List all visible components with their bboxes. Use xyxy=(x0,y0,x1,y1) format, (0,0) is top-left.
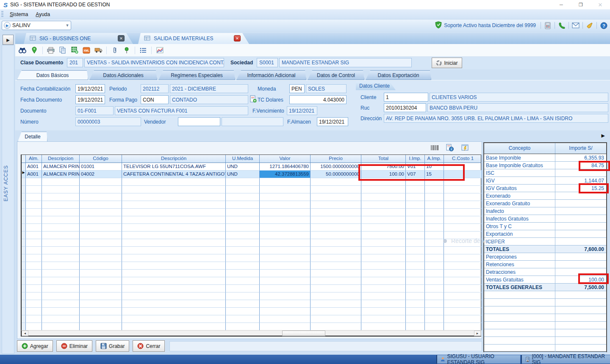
phone-icon[interactable] xyxy=(557,21,566,30)
table-row-empty[interactable] xyxy=(22,292,481,300)
sociedad-code-field[interactable]: S0001 xyxy=(257,58,278,67)
grabar-button[interactable]: Grabar xyxy=(96,340,129,352)
xml-icon[interactable]: XML xyxy=(82,46,91,55)
table-row-empty[interactable] xyxy=(22,209,481,216)
vendedor-field[interactable] xyxy=(178,117,220,126)
grid-cell[interactable]: A001 xyxy=(26,171,42,178)
calculator-icon[interactable] xyxy=(543,21,552,30)
grid-cell[interactable]: 04002 xyxy=(80,171,122,178)
tab-scroll-button[interactable]: ▶ xyxy=(3,35,14,45)
table-row-empty[interactable] xyxy=(22,315,481,323)
forma-pago-desc-field[interactable]: CONTADO xyxy=(170,95,248,104)
cliente-name-field[interactable]: CLIENTES VARIOS xyxy=(430,93,608,102)
scroll-left-icon[interactable]: ◄ xyxy=(22,331,28,336)
map-pin-icon[interactable] xyxy=(30,46,39,55)
moneda-desc-field[interactable]: SOLES xyxy=(306,84,347,93)
agregar-button[interactable]: Agregar xyxy=(17,340,53,352)
grid-cell[interactable]: 42.3728813559 xyxy=(260,171,311,178)
process-combo[interactable]: ▶ SALINV ▼ xyxy=(2,21,71,30)
menu-item-ayuda[interactable]: Ayuda xyxy=(32,11,54,18)
f-almacen-field[interactable]: 19/12/2021 xyxy=(317,117,348,126)
grid-cell[interactable]: ALMACEN PRIN xyxy=(42,171,80,178)
table-row-empty[interactable] xyxy=(22,323,481,331)
f-vencimiento-field[interactable]: 19/12/2021 xyxy=(287,106,317,115)
table-row-empty[interactable] xyxy=(22,270,481,277)
table-row-empty[interactable] xyxy=(22,239,481,247)
fecha-contabilizacion-field[interactable]: 19/12/2021 xyxy=(75,84,105,93)
table-row-empty[interactable] xyxy=(22,193,481,201)
grid-cell[interactable]: TELEVISOR LG 55UN711COSA.AWF xyxy=(122,163,226,171)
document-tab-1[interactable]: SIG - BUSSINES ONE xyxy=(24,33,133,44)
horizontal-scrollbar[interactable]: ◄ ► xyxy=(21,330,481,336)
iniciar-button[interactable]: Iniciar xyxy=(432,58,462,68)
copy-icon[interactable] xyxy=(58,46,67,55)
menu-item-sistema[interactable]: Sistema xyxy=(6,11,32,18)
table-row-empty[interactable] xyxy=(22,308,481,315)
eliminar-button[interactable]: Eliminar xyxy=(56,340,92,352)
close-button[interactable]: ✕ xyxy=(591,0,610,9)
tab-close-icon[interactable]: ✕ xyxy=(234,35,241,41)
table-row-empty[interactable] xyxy=(22,201,481,209)
chevron-down-icon[interactable]: ▼ xyxy=(64,23,71,28)
fecha-documento-field[interactable]: 19/12/2021 xyxy=(75,95,105,104)
numero-field[interactable]: 00000003 xyxy=(75,117,141,126)
table-row-empty[interactable] xyxy=(22,277,481,285)
run-process-icon[interactable]: ▶ xyxy=(4,22,11,29)
moneda-code-field[interactable]: PEN xyxy=(289,84,305,93)
help-icon[interactable]: ? xyxy=(599,21,608,30)
ruc-code-field[interactable]: 20100130204 xyxy=(384,103,426,112)
grid-cell[interactable]: CAFETERA CONTINENTAL 4 TAZAS ANTIGOT xyxy=(122,171,226,178)
sociedad-desc-field[interactable]: MANDANTE ESTANDAR SIG xyxy=(279,58,412,67)
documento-code-field[interactable]: 01-F001 xyxy=(75,106,114,115)
grid-cell[interactable]: 1500.0000000000 xyxy=(311,163,361,171)
paperclip-icon[interactable] xyxy=(110,46,119,55)
grid-cell[interactable]: 01001 xyxy=(80,163,122,171)
ruc-name-field[interactable]: BANCO BBVA PERU xyxy=(427,103,608,112)
vendedor-desc-field[interactable] xyxy=(222,117,283,126)
binoculars-icon[interactable] xyxy=(18,46,27,55)
mail-icon[interactable] xyxy=(571,21,580,30)
flash-icon[interactable] xyxy=(460,143,470,152)
printer-icon[interactable] xyxy=(46,46,55,55)
table-row-empty[interactable] xyxy=(22,285,481,292)
table-row-empty[interactable] xyxy=(22,186,481,193)
tab-datos-adicionales[interactable]: Datos Adicionales xyxy=(89,70,157,80)
tab-datos-b-sicos[interactable]: Datos Básicos xyxy=(17,70,88,80)
tab-datos-exportaci-n[interactable]: Datos Exportación xyxy=(366,70,431,80)
tab-close-icon[interactable]: ✕ xyxy=(118,35,125,41)
clase-documento-desc-field[interactable]: VENTAS - SALIDA INVENTARIOS CON INCIDENC… xyxy=(84,58,224,67)
grid-cell[interactable]: 1271.1864406780 xyxy=(260,163,311,171)
table-row-empty[interactable] xyxy=(22,216,481,224)
barcode-icon[interactable] xyxy=(430,143,439,152)
direccion-field[interactable]: AV. REP DE PANAMA NRO. 3055 URB. EL PALO… xyxy=(384,114,608,123)
periodo-desc-field[interactable]: 2021 - DICIEMBRE xyxy=(170,84,248,93)
scroll-right-icon[interactable]: ► xyxy=(474,331,481,336)
grid-cell[interactable]: UND xyxy=(226,171,260,178)
tab-datos-de-control[interactable]: Datos de Control xyxy=(308,70,364,80)
grid-cell[interactable]: UND xyxy=(226,163,260,171)
forma-pago-code-field[interactable]: CON xyxy=(141,95,169,104)
excel-export-icon[interactable] xyxy=(70,46,79,55)
table-row-empty[interactable] xyxy=(22,232,481,239)
grid-cell[interactable]: ALMACEN PRIN xyxy=(42,163,80,171)
list-icon[interactable] xyxy=(139,46,148,55)
tab-informaci-n-adicional[interactable]: Información Adicional xyxy=(236,70,306,80)
tab-detalle[interactable]: Detalle xyxy=(18,132,47,141)
minimize-button[interactable]: ─ xyxy=(552,0,571,9)
table-row-empty[interactable] xyxy=(22,224,481,232)
info-icon[interactable]: i xyxy=(445,143,455,152)
cerrar-button[interactable]: Cerrar xyxy=(133,340,165,352)
truck-icon[interactable] xyxy=(94,46,103,55)
panel-expander-icon[interactable]: ▶ xyxy=(602,133,605,138)
tab-reg-menes-especiales[interactable]: Regímenes Especiales xyxy=(158,70,235,80)
periodo-code-field[interactable]: 202112 xyxy=(141,84,169,93)
scrollbar-thumb[interactable] xyxy=(282,331,325,336)
table-row-empty[interactable] xyxy=(22,247,481,254)
grid-cell[interactable]: A001 xyxy=(26,163,42,171)
clase-documento-code-field[interactable]: 201 xyxy=(67,58,83,67)
tc-dolares-field[interactable]: 4.043000 xyxy=(289,95,347,104)
grid-cell[interactable]: 50.0000000000 xyxy=(311,171,361,178)
chart-icon[interactable] xyxy=(155,46,164,55)
table-row-empty[interactable] xyxy=(22,300,481,308)
document-tab-2[interactable]: SALIDA DE MATERIALES xyxy=(138,33,249,44)
